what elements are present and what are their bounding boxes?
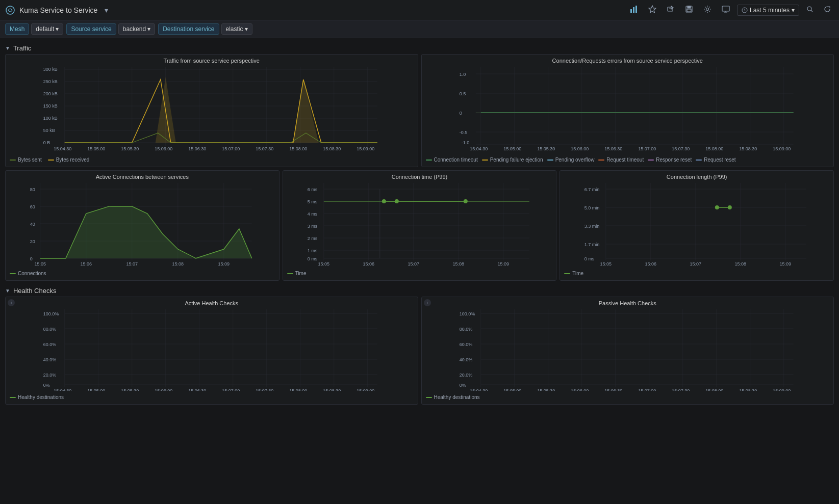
- connection-time-svg: 6 ms 5 ms 4 ms 3 ms 2 ms 1 ms 0 ms: [286, 183, 553, 267]
- traffic-section-header[interactable]: ▼ Traffic: [5, 41, 834, 54]
- main-content: ▼ Traffic Traffic from source service pe…: [0, 38, 839, 411]
- svg-rect-7: [688, 6, 691, 8]
- time-picker-label: Last 5 minutes: [750, 7, 790, 14]
- time-picker[interactable]: Last 5 minutes ▾: [737, 5, 799, 16]
- traffic-section-label: Traffic: [13, 44, 31, 52]
- svg-text:15:07: 15:07: [126, 261, 138, 267]
- svg-text:-1.0: -1.0: [461, 140, 469, 145]
- share-icon-btn[interactable]: [664, 3, 678, 17]
- svg-rect-5: [668, 7, 673, 11]
- svg-text:40.0%: 40.0%: [43, 357, 57, 362]
- destination-filter: Destination service elastic ▾: [158, 23, 252, 35]
- source-filter: Source service backend ▾: [66, 23, 155, 35]
- mesh-label: Mesh: [5, 23, 29, 35]
- active-health-legend: Healthy destinations: [9, 392, 415, 401]
- destination-value-btn[interactable]: elastic ▾: [221, 23, 252, 35]
- health-checks-section-header[interactable]: ▼ Health Checks: [5, 284, 834, 297]
- kuma-icon: [5, 5, 15, 15]
- connection-errors-svg: 1.0 0.5 0 -0.5 -1.0: [425, 67, 831, 153]
- mesh-value-btn[interactable]: default ▾: [31, 23, 63, 35]
- search-icon-btn[interactable]: [803, 4, 817, 16]
- svg-text:15:08:30: 15:08:30: [323, 388, 341, 391]
- svg-text:15:08:00: 15:08:00: [289, 146, 307, 151]
- filterbar: Mesh default ▾ Source service backend ▾ …: [0, 20, 839, 38]
- active-connections-chart-area: 80 60 40 20 0: [9, 183, 276, 269]
- connection-length-chart-area: 6.7 min 5.0 min 3.3 min 1.7 min 0 ms: [563, 183, 830, 269]
- svg-text:15:07:30: 15:07:30: [672, 146, 690, 151]
- source-value-btn[interactable]: backend ▾: [118, 23, 155, 35]
- svg-text:100 kB: 100 kB: [43, 116, 58, 121]
- health-chevron: ▼: [5, 288, 10, 294]
- legend-bytes-sent: Bytes sent: [10, 157, 42, 163]
- legend-response-reset: Response reset: [648, 157, 692, 163]
- svg-text:15:08:30: 15:08:30: [739, 388, 757, 391]
- svg-text:1.7 min: 1.7 min: [584, 242, 600, 247]
- bytes-sent-dot: [10, 160, 16, 161]
- svg-text:15:05:30: 15:05:30: [537, 146, 555, 151]
- connection-errors-chart-area: 1.0 0.5 0 -0.5 -1.0: [425, 67, 831, 155]
- svg-text:15:09: 15:09: [780, 261, 792, 267]
- monitor-icon-btn[interactable]: [719, 3, 733, 17]
- svg-text:15:08:30: 15:08:30: [323, 146, 341, 151]
- svg-text:15:08:30: 15:08:30: [739, 146, 757, 151]
- svg-text:15:06:00: 15:06:00: [155, 388, 172, 391]
- svg-text:15:06: 15:06: [645, 261, 657, 267]
- svg-text:15:08: 15:08: [452, 261, 464, 267]
- passive-health-chart-area: 100.0% 80.0% 60.0% 40.0% 20.0% 0%: [425, 309, 831, 392]
- traffic-source-svg: 300 kB 250 kB 200 kB 150 kB 100 kB 50 kB…: [9, 67, 415, 153]
- svg-marker-38: [65, 77, 377, 143]
- svg-text:200 kB: 200 kB: [43, 91, 58, 96]
- connection-length-title: Connection length (P99): [563, 174, 830, 180]
- svg-text:15:08:00: 15:08:00: [705, 388, 723, 391]
- svg-text:40.0%: 40.0%: [459, 357, 472, 362]
- legend-request-timeout: Request timeout: [598, 157, 644, 163]
- passive-health-title: Passive Health Checks: [425, 300, 831, 306]
- svg-text:5 ms: 5 ms: [307, 199, 317, 204]
- svg-text:15:08: 15:08: [172, 261, 184, 267]
- svg-text:15:07:30: 15:07:30: [256, 146, 273, 151]
- svg-text:15:04:30: 15:04:30: [470, 388, 488, 391]
- svg-text:40: 40: [30, 222, 35, 227]
- legend-time-p99: Time: [287, 271, 307, 276]
- star-icon-btn[interactable]: [645, 3, 659, 17]
- svg-text:15:04:30: 15:04:30: [54, 388, 71, 391]
- svg-text:15:09:00: 15:09:00: [773, 146, 791, 151]
- legend-healthy-dest-active: Healthy destinations: [10, 394, 64, 400]
- svg-text:80.0%: 80.0%: [459, 327, 472, 332]
- time-picker-chevron: ▾: [792, 7, 795, 14]
- svg-text:15:08:00: 15:08:00: [705, 146, 723, 151]
- svg-text:15:05: 15:05: [600, 261, 612, 267]
- traffic-chevron: ▼: [5, 45, 10, 51]
- gear-icon-btn[interactable]: [700, 3, 715, 17]
- passive-health-panel: i Passive Health Checks 100.0% 80.0% 60.…: [421, 297, 834, 405]
- svg-text:60: 60: [30, 204, 35, 209]
- svg-text:20.0%: 20.0%: [43, 373, 57, 378]
- svg-point-0: [6, 6, 14, 14]
- active-health-info-icon[interactable]: i: [8, 299, 15, 306]
- refresh-icon-btn[interactable]: [821, 4, 834, 16]
- active-connections-legend: Connections: [9, 269, 276, 277]
- svg-text:0%: 0%: [459, 383, 466, 388]
- svg-text:0 ms: 0 ms: [584, 256, 595, 261]
- svg-text:1 ms: 1 ms: [307, 248, 317, 253]
- bar-chart-icon-btn[interactable]: [627, 3, 641, 17]
- connection-errors-panel: Connection/Requests errors from source s…: [421, 54, 834, 167]
- svg-text:-0.5: -0.5: [459, 130, 467, 135]
- traffic-source-title: Traffic from source service perspective: [9, 58, 415, 64]
- title-dropdown-btn[interactable]: ▾: [101, 4, 111, 16]
- svg-text:15:04:30: 15:04:30: [470, 146, 488, 151]
- svg-text:15:05: 15:05: [35, 261, 46, 267]
- svg-text:15:07: 15:07: [408, 261, 419, 267]
- passive-health-info-icon[interactable]: i: [424, 299, 431, 306]
- svg-text:20.0%: 20.0%: [459, 373, 472, 378]
- svg-text:1.0: 1.0: [459, 72, 466, 77]
- svg-text:0 ms: 0 ms: [307, 256, 317, 261]
- traffic-row1: Traffic from source service perspective …: [5, 54, 834, 167]
- svg-text:15:06:00: 15:06:00: [571, 146, 589, 151]
- svg-text:15:06:30: 15:06:30: [188, 146, 206, 151]
- svg-text:15:09: 15:09: [497, 261, 509, 267]
- connection-errors-legend: Connection timeout Pending failure eject…: [425, 155, 831, 164]
- connection-length-panel: Connection length (P99) 6.7 min 5.0 min …: [560, 170, 834, 281]
- legend-pending-ejection: Pending failure ejection: [482, 157, 543, 163]
- save-icon-btn[interactable]: [682, 3, 696, 17]
